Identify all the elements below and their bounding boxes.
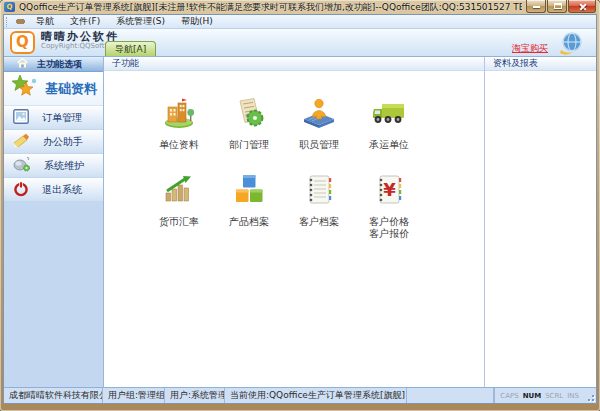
customer-price-icon: ¥ — [371, 172, 407, 212]
menu-nav-icon — [16, 18, 25, 25]
reports-panel-header-label: 资料及报表 — [493, 57, 538, 70]
header-band: Q 晴晴办公软件 CopyRight:QQSoftWare 导航[A] 淘宝购买 — [4, 29, 596, 57]
sidebar-item-exit-system[interactable]: 退出系统 — [4, 178, 103, 201]
content-area: 主功能选项 基础资料 订单管 — [4, 57, 596, 387]
function-label: 单位资料 — [159, 139, 199, 152]
function-product-archive[interactable]: 产品档案 — [214, 172, 284, 241]
menu-item-file[interactable]: 文件(F) — [62, 15, 108, 28]
sidebar-item-system-maintenance[interactable]: 系统维护 — [4, 154, 103, 177]
status-user: 用户:系统管理员 — [165, 388, 225, 403]
staff-person-icon — [301, 95, 337, 135]
app-surface: 导航 文件(F) 系统管理(S) 帮助(H) Q 晴晴办公软件 CopyRigh… — [3, 14, 597, 404]
status-bar: 成都晴晴软件科技有限公司 用户组:管理组 用户:系统管理员 当前使用:QQoff… — [4, 387, 596, 403]
sidebar-filler — [4, 202, 103, 387]
window-controls — [526, 0, 596, 13]
status-user-group: 用户组:管理组 — [103, 388, 165, 403]
home-icon — [17, 58, 28, 70]
function-icon-grid: 单位资料 — [144, 95, 424, 241]
sidebar-item-label: 办公助手 — [43, 135, 83, 149]
reports-panel-header: 资料及报表 — [485, 57, 596, 71]
sidebar-item-label: 订单管理 — [42, 111, 82, 125]
menu-item-system[interactable]: 系统管理(S) — [108, 15, 173, 28]
scrl-indicator: SCRL — [545, 392, 563, 400]
ins-indicator: INS — [567, 392, 579, 400]
resize-grip[interactable] — [584, 388, 596, 403]
app-window: Q QQoffice生产订单管理系统[旗舰][未注册!软件不能满足您要求时可联系… — [0, 0, 600, 411]
sidebar-item-order-management[interactable]: 订单管理 — [4, 106, 103, 129]
carrier-truck-icon — [371, 95, 407, 135]
q-logo-icon: Q — [10, 31, 35, 54]
function-staff-management[interactable]: 职员管理 — [284, 95, 354, 152]
currency-chart-icon — [161, 172, 197, 212]
svg-text:¥: ¥ — [383, 179, 396, 200]
function-label: 货币汇率 — [159, 216, 199, 229]
window-title: QQoffice生产订单管理系统[旗舰][未注册!软件不能满足您要求时可联系我们… — [19, 1, 522, 14]
power-icon — [13, 181, 29, 199]
function-label: 部门管理 — [229, 139, 269, 152]
office-assistant-icon — [13, 133, 30, 150]
taobao-buy-link[interactable]: 淘宝购买 — [512, 42, 548, 55]
function-label: 客户价格客户报价 — [369, 216, 409, 241]
close-button[interactable] — [568, 0, 596, 13]
sidebar-item-label: 系统维护 — [44, 159, 84, 173]
toolbar-grip — [6, 17, 9, 27]
system-maintenance-icon — [13, 157, 31, 174]
sidebar-item-label: 退出系统 — [42, 183, 82, 197]
main-panel-header: 子功能 — [104, 57, 484, 71]
sidebar: 主功能选项 基础资料 订单管 — [4, 57, 104, 387]
main-panel: 子功能 — [104, 57, 484, 387]
department-gear-icon — [231, 95, 267, 135]
sidebar-header-label: 主功能选项 — [37, 58, 82, 71]
function-carrier-unit[interactable]: 承运单位 — [354, 95, 424, 152]
keyboard-indicators: CAPS NUM SCRL INS — [494, 388, 584, 403]
stars-icon — [11, 74, 39, 103]
function-label: 职员管理 — [299, 139, 339, 152]
sidebar-group-basic-data[interactable]: 基础资料 — [4, 72, 103, 106]
status-company: 成都晴晴软件科技有限公司 — [4, 388, 103, 403]
main-panel-header-label: 子功能 — [112, 57, 139, 70]
function-currency-rate[interactable]: 货币汇率 — [144, 172, 214, 241]
function-label: 承运单位 — [369, 139, 409, 152]
function-label: 客户档案 — [299, 216, 339, 229]
caps-indicator: CAPS — [500, 392, 518, 400]
num-indicator: NUM — [523, 392, 542, 400]
function-company-data[interactable]: 单位资料 — [144, 95, 214, 152]
globe-icon — [558, 31, 584, 59]
titlebar: Q QQoffice生产订单管理系统[旗舰][未注册!软件不能满足您要求时可联系… — [0, 0, 600, 14]
product-blocks-icon — [231, 172, 267, 212]
company-building-icon — [161, 95, 197, 135]
status-filler — [407, 388, 494, 403]
menu-item-help[interactable]: 帮助(H) — [173, 15, 221, 28]
sidebar-item-office-assistant[interactable]: 办公助手 — [4, 130, 103, 153]
menu-item-nav[interactable]: 导航 — [28, 15, 62, 28]
minimize-button[interactable] — [526, 0, 546, 13]
maximize-button[interactable] — [547, 0, 567, 13]
function-customer-price[interactable]: ¥ 客户价格客户报价 — [354, 172, 424, 241]
app-icon: Q — [4, 2, 15, 12]
minimize-icon — [533, 6, 540, 8]
tab-navigation[interactable]: 导航[A] — [105, 41, 156, 56]
sidebar-selected-label: 基础资料 — [45, 80, 97, 98]
sidebar-header: 主功能选项 — [4, 57, 103, 72]
menu-bar: 导航 文件(F) 系统管理(S) 帮助(H) — [4, 15, 596, 29]
function-customer-archive[interactable]: 客户档案 — [284, 172, 354, 241]
function-label: 产品档案 — [229, 216, 269, 229]
customer-file-icon — [301, 172, 337, 212]
order-picture-icon — [13, 109, 29, 126]
function-department-management[interactable]: 部门管理 — [214, 95, 284, 152]
status-current-system: 当前使用:QQoffice生产订单管理系统[旗舰] — [225, 388, 407, 403]
reports-panel: 资料及报表 — [484, 57, 596, 387]
maximize-icon — [554, 3, 562, 9]
